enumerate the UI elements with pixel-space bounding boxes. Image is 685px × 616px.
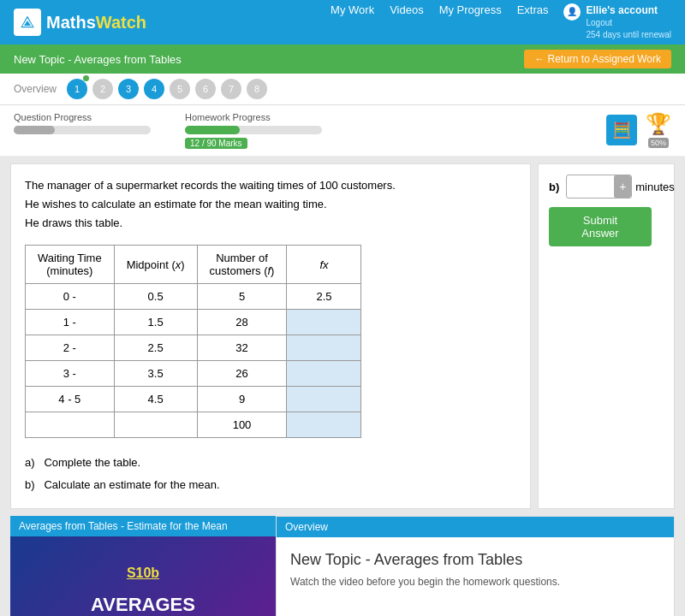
instruction-a: a) Complete the table.: [25, 452, 516, 474]
question-text: The manager of a supermarket records the…: [25, 176, 516, 233]
table-row: 1 - 1.5 28: [26, 310, 361, 335]
question-area: The manager of a supermarket records the…: [10, 163, 531, 509]
tab-5[interactable]: 5: [170, 79, 190, 99]
nav-extras[interactable]: Extras: [517, 3, 549, 16]
fx-input-row4[interactable]: [294, 367, 354, 380]
question-progress-fill: [14, 126, 55, 134]
toolbar-icons: 🧮 🏆 50%: [606, 112, 671, 148]
nav-my-progress[interactable]: My Progress: [439, 3, 502, 16]
video-panel: Averages from Tables - Estimate for the …: [10, 516, 276, 616]
tab-2[interactable]: 2: [92, 79, 113, 99]
col-fx: fx: [287, 246, 361, 284]
logo-icon: [14, 9, 41, 36]
tab-7[interactable]: 7: [221, 79, 241, 99]
tab-1[interactable]: 1: [67, 79, 87, 99]
answer-label: b): [549, 181, 559, 193]
account-icon: 👤: [563, 3, 581, 21]
trophy-pct: 50%: [648, 138, 669, 148]
plus-button[interactable]: +: [614, 175, 631, 198]
submit-button[interactable]: Submit Answer: [549, 207, 652, 246]
table-row: 4 - 5 4.5 9: [26, 387, 361, 412]
homework-progress: Homework Progress 12 / 90 Marks: [185, 112, 322, 149]
instructions: a) Complete the table. b) Calculate an e…: [25, 452, 516, 496]
video-title: AVERAGES FROM TABLES: [75, 593, 210, 616]
header-nav: My Work Videos My Progress Extras 👤 Elli…: [331, 3, 671, 42]
overview-text: Watch the video before you begin the hom…: [290, 576, 660, 588]
topic-bar: New Topic - Averages from Tables ← Retur…: [0, 44, 685, 74]
answer-panel: b) + minutes Submit Answer: [538, 163, 675, 509]
nav-videos[interactable]: Videos: [390, 3, 424, 16]
question-progress: Question Progress: [14, 112, 151, 136]
overview-panel: Overview New Topic - Averages from Table…: [276, 516, 675, 616]
account-name[interactable]: Ellie's account: [586, 3, 671, 18]
topic-title: New Topic - Averages from Tables: [14, 53, 182, 66]
account-days: 254 days until renewal: [586, 29, 671, 41]
fx-input-row2[interactable]: [294, 316, 354, 329]
logout-link[interactable]: Logout: [586, 17, 671, 29]
table-row: 0 - 0.5 5 2.5: [26, 284, 361, 310]
answer-input-wrapper: +: [566, 175, 632, 198]
calculator-icon[interactable]: 🧮: [606, 115, 637, 145]
answer-input[interactable]: [567, 178, 614, 195]
homework-progress-fill: [185, 126, 240, 134]
table-row: 100: [26, 412, 361, 438]
logo-text: MathsWatch: [46, 13, 146, 33]
tabs-row: Overview 1 2 3 4 5 6 7 8: [0, 74, 685, 105]
main-content: The manager of a supermarket records the…: [10, 163, 675, 509]
progress-section: Question Progress Homework Progress 12 /…: [0, 105, 685, 157]
tab-overview[interactable]: Overview: [14, 83, 57, 95]
trophy-section: 🏆 50%: [646, 112, 671, 148]
overview-header: Overview: [277, 517, 674, 537]
tab-6[interactable]: 6: [195, 79, 216, 99]
fx-input-row5[interactable]: [294, 393, 354, 406]
overview-title: New Topic - Averages from Tables: [290, 551, 660, 569]
fx-input-total[interactable]: [294, 418, 354, 431]
logo: MathsWatch: [14, 9, 146, 36]
table-row: 2 - 2.5 32: [26, 335, 361, 361]
fx-input-row3[interactable]: [294, 341, 354, 354]
instruction-b: b) Calculate an estimate for the mean.: [25, 474, 516, 496]
col-customers: Number ofcustomers (f): [197, 246, 287, 284]
video-link[interactable]: S10b: [127, 566, 159, 581]
question-progress-bar: [14, 126, 151, 134]
answer-row: b) + minutes: [549, 175, 675, 198]
tab-8[interactable]: 8: [247, 79, 267, 99]
video-panel-header: Averages from Tables - Estimate for the …: [10, 516, 276, 536]
table-row: 3 - 3.5 26: [26, 361, 361, 387]
answer-unit: minutes: [635, 181, 675, 193]
trophy-icon: 🏆: [646, 112, 671, 136]
homework-progress-bar: [185, 126, 322, 134]
data-table: Waiting Time(minutes) Midpoint (x) Numbe…: [25, 245, 361, 438]
video-section: Averages from Tables - Estimate for the …: [10, 516, 675, 616]
overview-content: New Topic - Averages from Tables Watch t…: [277, 537, 674, 601]
tab-3[interactable]: 3: [118, 79, 139, 99]
account-info: Ellie's account Logout 254 days until re…: [586, 3, 671, 42]
header: MathsWatch My Work Videos My Progress Ex…: [0, 0, 685, 44]
video-thumbnail: S10b AVERAGES FROM TABLES ESTIMATE FOR T…: [10, 536, 276, 616]
return-button[interactable]: ← Return to Assigned Work: [524, 50, 671, 68]
col-waiting-time: Waiting Time(minutes): [26, 246, 115, 284]
nav-my-work[interactable]: My Work: [331, 3, 374, 16]
marks-badge: 12 / 90 Marks: [185, 138, 247, 149]
col-midpoint: Midpoint (x): [114, 246, 197, 284]
tab-4[interactable]: 4: [144, 79, 164, 99]
account-section: 👤 Ellie's account Logout 254 days until …: [563, 3, 671, 42]
